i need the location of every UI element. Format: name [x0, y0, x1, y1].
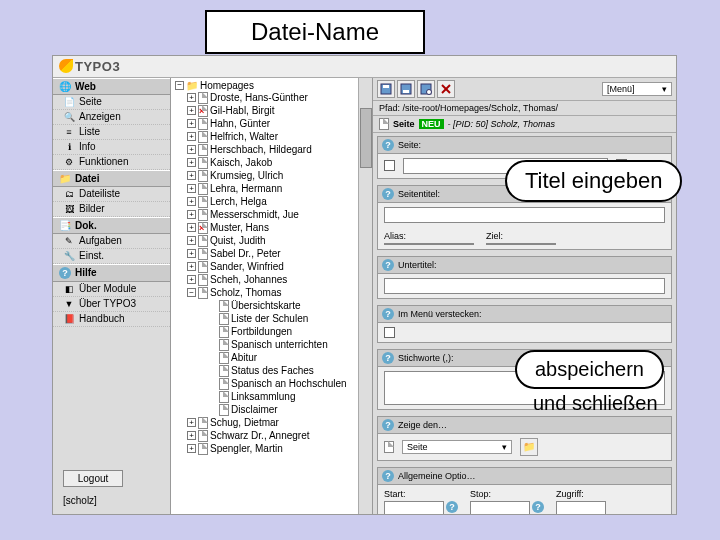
tree-child[interactable]: Liste der Schulen	[219, 313, 368, 326]
help-icon[interactable]: ?	[532, 501, 544, 513]
help-icon[interactable]: ?	[382, 352, 394, 364]
expand-icon[interactable]: +	[187, 262, 196, 271]
tree-item[interactable]: +Messerschmidt, Jue	[187, 209, 368, 222]
menu-select[interactable]: [Menü] ▾	[602, 82, 672, 96]
logo-text: TYPO3	[75, 59, 120, 74]
nav-item-bilder[interactable]: 🖼Bilder	[53, 202, 170, 217]
nav-item-seite[interactable]: 📄Seite	[53, 95, 170, 110]
expand-icon[interactable]: +	[187, 236, 196, 245]
nav-section-hilfe[interactable]: ? Hilfe	[53, 264, 170, 282]
expand-icon[interactable]: +	[187, 431, 196, 440]
tree-item[interactable]: +Hahn, Günter	[187, 118, 368, 131]
tree-item[interactable]: +Spengler, Martin	[187, 443, 368, 456]
nav-section-datei[interactable]: 📁 Datei	[53, 170, 170, 187]
page-icon	[198, 131, 208, 143]
help-icon[interactable]: ?	[382, 139, 394, 151]
help-icon[interactable]: ?	[382, 470, 394, 482]
tree-item[interactable]: +×Muster, Hans	[187, 222, 368, 235]
expand-icon[interactable]: +	[187, 158, 196, 167]
expand-icon[interactable]: +	[187, 106, 196, 115]
nav-item-einst[interactable]: 🔧Einst.	[53, 249, 170, 264]
files-icon: 🗂	[63, 188, 75, 200]
tree-child[interactable]: Linksammlung	[219, 391, 368, 404]
new-badge: NEU	[419, 119, 444, 129]
expand-icon[interactable]: +	[187, 418, 196, 427]
tree-child[interactable]: Übersichtskarte	[219, 300, 368, 313]
expand-icon[interactable]: +	[187, 444, 196, 453]
help-icon[interactable]: ?	[382, 259, 394, 271]
tree-item[interactable]: +Helfrich, Walter	[187, 131, 368, 144]
logout-button[interactable]: Logout	[63, 470, 123, 487]
help-icon[interactable]: ?	[382, 188, 394, 200]
tree-root[interactable]: − 📁 Homepages	[175, 80, 368, 92]
expand-icon[interactable]: +	[187, 145, 196, 154]
nav-item-handbuch[interactable]: 📕Handbuch	[53, 312, 170, 327]
nav-item-ueber-typo3[interactable]: ▼Über TYPO3	[53, 297, 170, 312]
save-close-button[interactable]	[377, 80, 395, 98]
pagetitle-input[interactable]	[384, 207, 665, 223]
expand-icon[interactable]: +	[187, 184, 196, 193]
save-view-button[interactable]	[417, 80, 435, 98]
expand-icon[interactable]: +	[187, 171, 196, 180]
expand-icon[interactable]: +	[187, 119, 196, 128]
tree-child[interactable]: Spanisch unterrichten	[219, 339, 368, 352]
field-label: Stichworte (,):	[398, 353, 454, 363]
collapse-icon[interactable]: −	[187, 288, 196, 297]
tree-child[interactable]: Spanisch an Hochschulen	[219, 378, 368, 391]
help-icon[interactable]: ?	[446, 501, 458, 513]
page-hide-checkbox[interactable]	[384, 160, 395, 171]
save-button[interactable]	[397, 80, 415, 98]
expand-icon[interactable]: +	[187, 132, 196, 141]
nav-item-ueber-module[interactable]: ◧Über Module	[53, 282, 170, 297]
expand-icon[interactable]: +	[187, 197, 196, 206]
nav-section-web[interactable]: 🌐 Web	[53, 78, 170, 95]
tree-item[interactable]: +Scheh, Johannes	[187, 274, 368, 287]
tree-item[interactable]: +Schug, Dietmar	[187, 417, 368, 430]
tree-item[interactable]: +Droste, Hans-Günther	[187, 92, 368, 105]
stop-input[interactable]	[470, 501, 530, 515]
start-input[interactable]	[384, 501, 444, 515]
hide-in-menu-checkbox[interactable]	[384, 327, 395, 338]
nav-item-funktionen[interactable]: ⚙Funktionen	[53, 155, 170, 170]
expand-icon[interactable]: +	[187, 249, 196, 258]
expand-icon[interactable]: +	[187, 210, 196, 219]
tree-label: Messerschmidt, Jue	[210, 209, 299, 220]
nav-item-aufgaben[interactable]: ✎Aufgaben	[53, 234, 170, 249]
nav-item-info[interactable]: ℹInfo	[53, 140, 170, 155]
help-icon[interactable]: ?	[382, 419, 394, 431]
close-button[interactable]	[437, 80, 455, 98]
tree-child[interactable]: Fortbildungen	[219, 326, 368, 339]
tree-item[interactable]: +Kaisch, Jakob	[187, 157, 368, 170]
zugriff-input[interactable]	[556, 501, 606, 515]
nav-item-anzeigen[interactable]: 🔍Anzeigen	[53, 110, 170, 125]
ziel-input[interactable]	[486, 243, 556, 245]
tree-item[interactable]: +Lehra, Hermann	[187, 183, 368, 196]
tree-item[interactable]: +Krumsieg, Ulrich	[187, 170, 368, 183]
expand-icon[interactable]: +	[187, 275, 196, 284]
content-page-select[interactable]: Seite ▾	[402, 440, 512, 454]
browse-button[interactable]: 📁	[520, 438, 538, 456]
tree-item[interactable]: +×Gil-Habl, Birgit	[187, 105, 368, 118]
expand-icon[interactable]: +	[187, 93, 196, 102]
tree-item-scholz[interactable]: − Scholz, Thomas	[187, 287, 368, 300]
page-icon	[198, 144, 208, 156]
tree-child[interactable]: Status des Faches	[219, 365, 368, 378]
help-icon[interactable]: ?	[382, 308, 394, 320]
nav-item-liste[interactable]: ≡Liste	[53, 125, 170, 140]
tree-item[interactable]: +Lerch, Helga	[187, 196, 368, 209]
subtitle-input[interactable]	[384, 278, 665, 294]
tree-item[interactable]: +Schwarz Dr., Annegret	[187, 430, 368, 443]
tree-scrollbar[interactable]	[358, 78, 372, 515]
tree-item[interactable]: +Herschbach, Hildegard	[187, 144, 368, 157]
nav-section-dok[interactable]: 📑 Dok.	[53, 217, 170, 234]
collapse-icon[interactable]: −	[175, 81, 184, 90]
tree-item[interactable]: +Sabel Dr., Peter	[187, 248, 368, 261]
tree-child[interactable]: Disclaimer	[219, 404, 368, 417]
tree-item[interactable]: +Sander, Winfried	[187, 261, 368, 274]
tree-item[interactable]: +Quist, Judith	[187, 235, 368, 248]
scrollbar-thumb[interactable]	[360, 108, 372, 168]
nav-item-dateiliste[interactable]: 🗂Dateiliste	[53, 187, 170, 202]
expand-icon[interactable]: +	[187, 223, 196, 232]
tree-child[interactable]: Abitur	[219, 352, 368, 365]
alias-input[interactable]	[384, 243, 474, 245]
